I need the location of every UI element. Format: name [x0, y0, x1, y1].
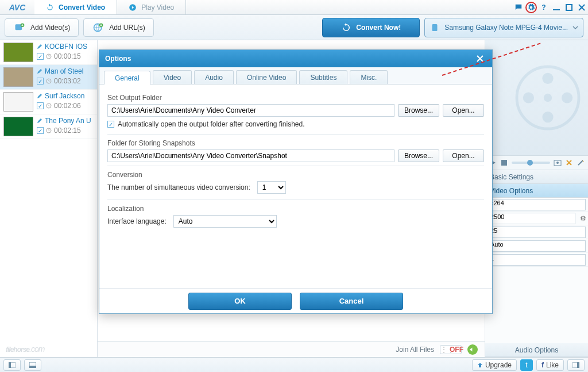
dialog-tab[interactable]: General — [104, 71, 150, 85]
pencil-icon — [37, 93, 42, 99]
output-profile-selector[interactable]: Samsung Galaxy Note MPEG-4 Movie... — [424, 18, 583, 37]
panel-left-button[interactable] — [3, 359, 21, 371]
clock-icon — [46, 53, 52, 59]
facebook-like-button[interactable]: fLike — [536, 359, 564, 371]
toggle-handle-icon: ⋮⋮ — [440, 346, 450, 354]
browse-snapshot-button[interactable]: Browse... — [398, 149, 439, 162]
dialog-tab[interactable]: Subtitles — [299, 70, 347, 84]
video-option-select[interactable]: 1 — [488, 254, 586, 266]
gear-icon[interactable]: ⚙ — [578, 214, 588, 223]
dialog-tab[interactable]: Misc. — [350, 70, 388, 84]
add-urls-button[interactable]: Add URL(s) — [83, 18, 154, 37]
audio-options-header[interactable]: Audio Options — [485, 343, 588, 357]
tab-label: Play Video — [141, 3, 174, 11]
maximize-icon[interactable] — [563, 0, 575, 14]
dialog-tab[interactable]: Video — [153, 70, 192, 84]
dialog-body: Set Output Folder Browse... Open... ✓ Au… — [99, 85, 492, 288]
help-icon[interactable]: ? — [537, 0, 550, 14]
svg-rect-26 — [577, 362, 579, 368]
snapshot-icon[interactable] — [554, 159, 562, 167]
svg-rect-7 — [432, 24, 438, 31]
open-output-button[interactable]: Open... — [443, 104, 484, 117]
chevron-down-icon — [572, 25, 578, 30]
close-icon[interactable] — [575, 0, 588, 14]
twitter-button[interactable]: t — [520, 359, 533, 371]
svg-point-20 — [556, 162, 559, 164]
add-videos-button[interactable]: Add Video(s) — [5, 18, 79, 37]
dialog-title: Options — [105, 55, 131, 63]
video-thumbnail — [3, 43, 33, 62]
svg-rect-24 — [29, 366, 36, 368]
snapshot-folder-input[interactable] — [107, 149, 394, 162]
settings-icon[interactable] — [525, 0, 537, 14]
video-item[interactable]: Surf Jackson ✓00:02:06 — [0, 90, 97, 114]
panel-bottom-button[interactable] — [24, 359, 41, 371]
seek-slider[interactable] — [512, 162, 550, 164]
svg-rect-1 — [553, 9, 560, 10]
video-item[interactable]: KOCBFN IOS ✓00:00:15 — [0, 40, 97, 65]
basic-settings-header[interactable]: Basic Settings — [485, 170, 588, 184]
simultaneous-select[interactable]: 1 — [257, 181, 286, 194]
preview-toolbar — [485, 155, 588, 170]
checkbox-icon[interactable]: ✓ — [37, 78, 44, 85]
video-option-select[interactable]: 2500 — [488, 213, 575, 224]
wand-icon[interactable] — [577, 159, 585, 167]
video-option-select[interactable]: 25 — [488, 227, 586, 238]
dialog-titlebar[interactable]: Options — [99, 50, 492, 67]
video-option-select[interactable]: x264 — [488, 199, 586, 210]
tab-label: Convert Video — [59, 3, 105, 11]
volume-icon[interactable] — [467, 344, 478, 355]
convert-now-button[interactable]: Convert Now! — [322, 18, 420, 37]
output-folder-input[interactable] — [107, 104, 394, 117]
checkbox-icon[interactable]: ✓ — [37, 127, 44, 134]
panel-right-button[interactable] — [567, 359, 585, 371]
pencil-icon — [37, 44, 42, 49]
cancel-button[interactable]: Cancel — [300, 293, 403, 310]
button-label: Add URL(s) — [109, 24, 145, 32]
upgrade-button[interactable]: Upgrade — [472, 359, 517, 371]
join-files-toggle[interactable]: ⋮⋮ OFF — [440, 345, 462, 354]
checkbox-icon: ✓ — [107, 121, 114, 128]
video-duration: 00:02:06 — [54, 102, 81, 110]
language-select[interactable]: Auto — [173, 215, 277, 228]
up-arrow-icon — [477, 362, 483, 368]
group-localization: Localization — [107, 205, 484, 213]
open-snapshot-button[interactable]: Open... — [443, 149, 484, 162]
profile-label: Samsung Galaxy Note MPEG-4 Movie... — [444, 24, 568, 32]
feedback-icon[interactable] — [512, 0, 525, 14]
play-icon — [129, 3, 137, 11]
film-add-icon — [13, 21, 26, 34]
svg-point-15 — [523, 92, 534, 103]
browse-output-button[interactable]: Browse... — [398, 104, 439, 117]
video-duration: 00:00:15 — [54, 52, 81, 60]
dialog-close-button[interactable] — [474, 53, 486, 64]
video-option-row: x264 — [485, 198, 588, 212]
clock-icon — [46, 103, 52, 109]
video-duration: 00:03:02 — [54, 77, 81, 85]
stop-icon[interactable] — [500, 159, 508, 167]
checkbox-icon[interactable]: ✓ — [37, 102, 44, 109]
twitter-icon: t — [525, 361, 527, 369]
right-panel: Basic Settings Video Options x2642500⚙25… — [485, 40, 588, 357]
scissors-icon[interactable] — [565, 159, 573, 167]
checkbox-icon[interactable]: ✓ — [37, 53, 44, 60]
minimize-icon[interactable] — [550, 0, 563, 14]
video-options-header[interactable]: Video Options — [485, 184, 588, 198]
tab-convert-video[interactable]: Convert Video — [34, 0, 117, 14]
app-logo: AVC — [0, 0, 34, 14]
video-option-select[interactable]: Auto — [488, 240, 586, 252]
svg-point-13 — [542, 73, 553, 84]
main-toolbar: Add Video(s) Add URL(s) Convert Now! Sam… — [0, 15, 588, 40]
dialog-footer: OK Cancel — [99, 288, 492, 313]
dialog-tab[interactable]: Audio — [194, 70, 234, 84]
tab-play-video[interactable]: Play Video — [117, 0, 186, 14]
video-item[interactable]: The Pony An U ✓00:02:15 — [0, 114, 97, 139]
ok-button[interactable]: OK — [188, 293, 292, 310]
auto-open-checkbox[interactable]: ✓ Automatically open the output folder a… — [107, 120, 484, 128]
facebook-icon: f — [541, 361, 544, 369]
dialog-tab[interactable]: Online Video — [236, 70, 297, 84]
refresh-icon — [341, 22, 351, 33]
preview-area — [485, 40, 588, 155]
video-option-row: 1 — [485, 253, 588, 267]
video-item[interactable]: Man of Steel ✓00:03:02 — [0, 65, 97, 90]
